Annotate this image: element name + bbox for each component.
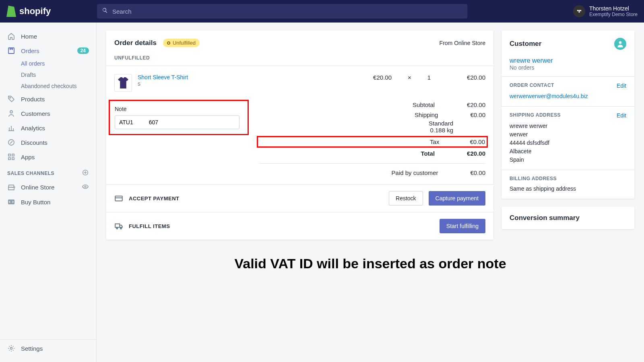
orders-badge: 24 [77,47,89,54]
subnav-all-orders[interactable]: All orders [21,58,96,69]
sidebar: Home Orders 24 All orders Drafts Abandon… [0,23,97,289]
billing-address-label: BILLING ADDRESS [510,176,557,181]
line-total: €20.00 [467,74,485,81]
conversion-summary-card: Conversion summary [502,207,634,229]
capture-payment-button[interactable]: Capture payment [429,191,485,206]
billing-address-text: Same as shipping address [510,185,626,193]
svg-point-1 [10,97,10,98]
status-dot-icon [167,41,170,45]
settings-avatar-icon [573,5,585,17]
quantity: 1 [427,74,431,81]
sales-channels-header: SALES CHANNELS [0,164,96,180]
order-contact-label: ORDER CONTACT [510,82,554,89]
code-icon [7,198,15,206]
svg-point-14 [120,228,122,229]
unit-price: €20.00 [373,74,392,81]
customer-email-link[interactable]: werwerwerwer@modules4u.biz [510,92,626,101]
plus-circle-icon[interactable] [82,169,89,177]
accept-payment-label: ACCEPT PAYMENT [129,195,179,202]
home-icon [7,32,15,40]
subtotal-label: Subtotal [259,101,467,108]
eye-icon[interactable] [82,183,89,191]
nav-home[interactable]: Home [0,29,96,43]
discount-icon [7,138,15,146]
product-thumbnail[interactable] [114,74,132,92]
svg-rect-6 [8,158,10,160]
svg-point-2 [10,111,12,113]
nav-label: Analytics [21,125,45,132]
search-field[interactable] [97,4,467,19]
nav-online-store[interactable]: Online Store [0,180,96,195]
nav-orders[interactable]: Orders 24 [0,43,96,58]
svg-point-15 [619,41,622,44]
nav-buy-button[interactable]: Buy Button [0,195,96,209]
nav-products[interactable]: Products [0,92,96,106]
fulfill-items-row: FULFILL ITEMS Start fulfilling [106,212,493,240]
svg-rect-7 [12,158,14,160]
note-highlight: Note [109,100,249,135]
brand-logo[interactable]: shopify [6,6,97,17]
svg-point-9 [85,186,86,187]
shipping-weight: 0.188 kg [259,127,485,134]
user-name: Thorsten Hotzel [589,5,638,12]
shipping-value: €0.00 [470,111,485,118]
total-label: Total [259,150,467,157]
svg-rect-5 [12,154,14,156]
person-icon [7,109,15,117]
note-input[interactable] [115,115,239,129]
tax-label: Tax [260,138,470,145]
nav-apps[interactable]: Apps [0,150,96,164]
restock-button[interactable]: Restock [389,191,423,206]
edit-contact-link[interactable]: Edit [617,82,626,89]
topbar: shopify Thorsten Hotzel Exemptify Demo S… [0,0,644,23]
user-menu[interactable]: Thorsten Hotzel Exemptify Demo Store [565,5,638,17]
nav-label: Orders [21,47,39,54]
status-badge: Unfulfilled [163,39,200,47]
truck-icon [114,222,123,230]
order-details-card: Order details Unfulfilled From Online St… [106,31,493,240]
line-item-row: Short Sleeve T-Shirt s €20.00 × 1 €20.00 [106,66,493,100]
customer-title: Customer [510,40,541,48]
customer-orders-count: No orders [510,64,626,71]
paid-label: Paid by customer [259,169,470,176]
start-fulfilling-button[interactable]: Start fulfilling [440,219,485,233]
edit-shipping-link[interactable]: Edit [617,112,626,119]
product-name-link[interactable]: Short Sleeve T-Shirt [138,74,250,80]
customer-name-link[interactable]: wrewre werwer [510,57,626,64]
tax-value: €0.00 [470,138,485,145]
user-info: Thorsten Hotzel Exemptify Demo Store [589,5,638,17]
orders-subnav: All orders Drafts Abandoned checkouts [21,58,96,92]
analytics-icon [7,124,15,132]
search-icon [102,7,108,15]
total-value: €20.00 [467,150,485,157]
unfulfilled-label: UNFULFILLED [106,55,493,66]
status-text: Unfulfilled [173,40,196,46]
note-label: Note [115,106,243,112]
subnav-drafts[interactable]: Drafts [21,69,96,80]
fulfill-items-label: FULFILL ITEMS [129,223,170,229]
order-details-title: Order details [114,39,157,47]
qty-separator: × [408,74,411,81]
svg-rect-12 [115,196,122,201]
store-name: Exemptify Demo Store [589,12,638,17]
subnav-abandoned[interactable]: Abandoned checkouts [21,80,96,92]
product-variant: s [138,80,250,87]
sales-channels-label: SALES CHANNELS [7,171,54,176]
nav-analytics[interactable]: Analytics [0,121,96,135]
nav-label: Buy Button [21,199,50,206]
nav-customers[interactable]: Customers [0,106,96,121]
search-input[interactable] [112,8,462,15]
customer-card: Customer wrewre werwer No orders ORDER C… [502,31,634,199]
brand-label: shopify [19,6,51,16]
shipping-address-text: wrewre werwer werwer 44444 dsfsdfsdf Alb… [510,122,626,164]
tshirt-icon [118,77,128,88]
svg-rect-4 [8,154,10,156]
nav-label: Customers [21,110,50,117]
tax-highlight: Tax€0.00 [257,136,488,148]
orders-icon [7,47,15,55]
main-content: Order details Unfulfilled From Online St… [97,23,644,289]
shopify-bag-icon [6,6,16,17]
svg-point-13 [116,228,118,229]
nav-discounts[interactable]: Discounts [0,135,96,150]
customer-avatar-icon[interactable] [614,38,626,50]
